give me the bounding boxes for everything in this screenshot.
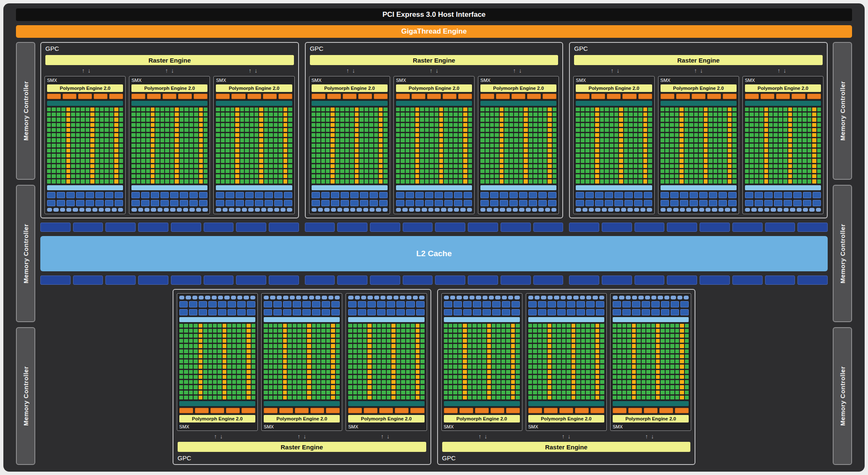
special-function-cell [416, 365, 420, 368]
cuda-core-cell [480, 144, 484, 147]
texture-unit-row [348, 296, 424, 299]
cuda-core-cell [745, 133, 749, 137]
cache-tex-block [360, 200, 368, 206]
cuda-core-cell [208, 391, 212, 394]
cuda-core-cell [141, 179, 145, 183]
cuda-core-cell [81, 118, 84, 121]
cuda-core-cell [723, 138, 726, 142]
special-function-cell [151, 123, 155, 127]
cuda-core-cell [321, 123, 325, 127]
interconnect-bar [613, 317, 689, 322]
warp-scheduler-block [241, 408, 255, 413]
warp-scheduler-block [326, 408, 340, 413]
cuda-core-cell [637, 370, 640, 374]
cuda-core-cell [501, 339, 505, 343]
cuda-core-cell [340, 133, 344, 137]
cache-tex-block [284, 200, 292, 206]
cuda-core-cell [194, 339, 197, 343]
special-function-cell [259, 108, 263, 111]
cuda-core-cell [340, 154, 344, 157]
cuda-core-cell [514, 169, 518, 173]
cuda-core-cell [61, 174, 65, 178]
cuda-core-cell [553, 128, 556, 132]
cuda-core-cell [180, 123, 184, 127]
cuda-core-cell [694, 133, 698, 137]
register-file-bar [312, 101, 388, 106]
smx-block: SMX Polymorph Engine 2.0 [573, 76, 654, 214]
special-function-cell [680, 339, 684, 343]
cuda-core-cell [326, 169, 330, 173]
cuda-core-cell [468, 133, 472, 137]
cuda-core-cell [184, 385, 188, 389]
special-function-cell [331, 365, 335, 368]
cuda-core-cell [105, 144, 108, 147]
cuda-core-cell [194, 365, 197, 368]
texture-unit-block [229, 208, 234, 212]
cuda-core-cell [552, 370, 556, 374]
cuda-core-cell [336, 174, 339, 178]
cuda-core-cell [321, 354, 325, 358]
cuda-core-cell [538, 113, 542, 116]
cuda-core-cell [105, 179, 108, 183]
texture-unit-block [561, 296, 566, 299]
cuda-core-cell [250, 108, 254, 111]
cuda-core-cell [226, 128, 229, 132]
cuda-core-cell [661, 391, 664, 394]
cuda-core-cell [326, 154, 330, 157]
warp-scheduler-block [644, 408, 658, 413]
cuda-core-cell [86, 108, 89, 111]
cuda-core-cell [345, 123, 349, 127]
cuda-core-cell [496, 365, 500, 368]
cuda-core-cell [221, 138, 225, 142]
cuda-core-cell [755, 113, 758, 116]
cuda-core-cell [61, 164, 65, 168]
cuda-core-cell [685, 329, 689, 333]
cuda-core-cell [353, 375, 357, 379]
cuda-core-cell [204, 128, 207, 132]
cuda-core-cell [610, 164, 614, 168]
texture-unit-block [218, 296, 223, 299]
cuda-core-cell [769, 108, 773, 111]
cuda-core-cell [661, 118, 664, 121]
cuda-core-cell [165, 123, 169, 127]
cuda-core-cell [184, 174, 188, 178]
texture-unit-block [719, 208, 724, 212]
special-function-cell [812, 169, 816, 173]
smx-block: SMX Polymorph Engine 2.0 [742, 76, 823, 214]
texture-unit-block [613, 296, 618, 299]
cuda-core-cell [312, 391, 316, 394]
special-function-cell [199, 174, 203, 178]
special-function-cell [283, 169, 287, 173]
cache-tex-block [180, 200, 188, 206]
cuda-core-cell [600, 133, 604, 137]
cuda-core-cell [326, 349, 330, 353]
cuda-core-cell [516, 354, 519, 358]
cuda-core-cell [254, 108, 258, 111]
special-function-cell [415, 118, 419, 121]
cuda-core-cell [401, 349, 405, 353]
cuda-core-cell [146, 169, 150, 173]
cuda-core-cell [293, 339, 296, 343]
cuda-core-cell [468, 118, 472, 121]
cache-tex-block [464, 200, 472, 206]
cuda-core-cell [646, 370, 650, 374]
special-function-cell [199, 370, 202, 374]
cuda-core-cell [610, 123, 614, 127]
cache-tex-block [160, 200, 169, 206]
cuda-core-cell [675, 324, 679, 328]
warp-scheduler-row [131, 94, 207, 99]
cuda-core-cell [637, 360, 640, 363]
cuda-core-cell [685, 365, 689, 368]
cuda-core-cell [86, 169, 89, 173]
special-function-cell [511, 334, 515, 338]
cuda-core-cell [449, 118, 453, 121]
cuda-core-cell [231, 113, 234, 116]
cuda-core-cell [638, 174, 642, 178]
texture-unit-block [53, 208, 58, 212]
special-function-cell [524, 118, 527, 121]
special-function-cell [463, 159, 467, 163]
cuda-core-cell [629, 149, 632, 152]
special-function-cell [524, 174, 527, 178]
cuda-core-cell [600, 349, 604, 353]
cuda-core-cell [47, 133, 51, 137]
